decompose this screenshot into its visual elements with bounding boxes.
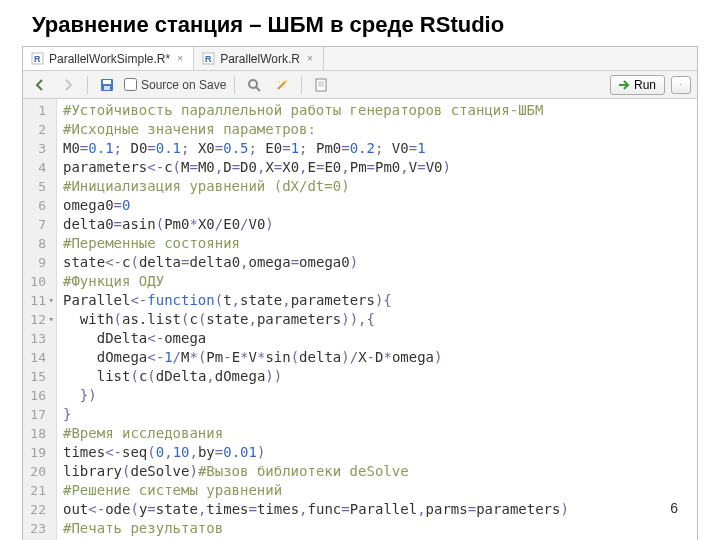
line-number: 22	[29, 500, 46, 519]
code-line[interactable]: #Функция ОДУ	[63, 272, 569, 291]
code-line[interactable]: M0=0.1; D0=0.1; X0=0.5; E0=1; Pm0=0.2; V…	[63, 139, 569, 158]
code-line[interactable]: #Устойчивость параллельной работы генера…	[63, 101, 569, 120]
line-number: 3	[29, 139, 46, 158]
run-label: Run	[634, 78, 656, 92]
line-number: 15	[29, 367, 46, 386]
code-line[interactable]: Parallel<-function(t,state,parameters){	[63, 291, 569, 310]
code-line[interactable]: dDelta<-omega	[63, 329, 569, 348]
find-button[interactable]	[243, 74, 265, 96]
svg-line-8	[256, 87, 260, 91]
code-line[interactable]: }	[63, 405, 569, 424]
line-number: 2	[29, 120, 46, 139]
code-line[interactable]: dOmega<-1/M*(Pm-E*V*sin(delta)/X-D*omega…	[63, 348, 569, 367]
code-line[interactable]: #Исходные значения параметров:	[63, 120, 569, 139]
line-number: 4	[29, 158, 46, 177]
code-line[interactable]: })	[63, 386, 569, 405]
line-number-gutter: 123456789101112131415161718192021222324	[23, 99, 57, 540]
code-line[interactable]: library(deSolve)#Вызов библиотеки deSolv…	[63, 462, 569, 481]
line-number: 12	[29, 310, 46, 329]
line-number: 23	[29, 519, 46, 538]
r-file-icon: R	[31, 52, 44, 65]
toolbar-separator	[234, 76, 235, 94]
code-line[interactable]: state<-c(delta=delta0,omega=omega0)	[63, 253, 569, 272]
svg-rect-6	[104, 86, 110, 90]
rerun-button[interactable]	[671, 76, 691, 94]
line-number: 13	[29, 329, 46, 348]
source-on-save-checkbox[interactable]: Source on Save	[124, 78, 226, 92]
r-file-icon: R	[202, 52, 215, 65]
close-icon[interactable]: ×	[175, 54, 185, 64]
source-on-save-input[interactable]	[124, 78, 137, 91]
toolbar-separator	[87, 76, 88, 94]
line-number: 21	[29, 481, 46, 500]
code-line[interactable]: with(as.list(c(state,parameters)),{	[63, 310, 569, 329]
page-number: 6	[670, 500, 678, 516]
save-button[interactable]	[96, 74, 118, 96]
code-line[interactable]: #Переменные состояния	[63, 234, 569, 253]
code-line[interactable]: parameters<-c(M=M0,D=D0,X=X0,E=E0,Pm=Pm0…	[63, 158, 569, 177]
code-line[interactable]: #Время исследования	[63, 424, 569, 443]
tab-label: ParallelWork.R	[220, 52, 300, 66]
code-line[interactable]: delta0=asin(Pm0*X0/E0/V0)	[63, 215, 569, 234]
line-number: 20	[29, 462, 46, 481]
code-line[interactable]: list(c(dDelta,dOmega))	[63, 367, 569, 386]
svg-point-10	[285, 79, 288, 82]
source-on-save-label: Source on Save	[141, 78, 226, 92]
editor-pane: RParallelWorkSimple.R*×RParallelWork.R× …	[22, 46, 698, 540]
back-button[interactable]	[29, 74, 51, 96]
code-line[interactable]: times<-seq(0,10,by=0.01)	[63, 443, 569, 462]
line-number: 18	[29, 424, 46, 443]
wand-button[interactable]	[271, 74, 293, 96]
editor-toolbar: Source on Save Run	[23, 71, 697, 99]
line-number: 6	[29, 196, 46, 215]
report-button[interactable]	[310, 74, 332, 96]
line-number: 5	[29, 177, 46, 196]
line-number: 8	[29, 234, 46, 253]
close-icon[interactable]: ×	[305, 54, 315, 64]
file-tab[interactable]: RParallelWorkSimple.R*×	[23, 47, 194, 70]
tab-bar: RParallelWorkSimple.R*×RParallelWork.R×	[23, 47, 697, 71]
code-line[interactable]: #Решение системы уравнений	[63, 481, 569, 500]
line-number: 7	[29, 215, 46, 234]
line-number: 17	[29, 405, 46, 424]
svg-point-12	[283, 85, 285, 87]
code-line[interactable]: #Инициализация уравнений (dX/dt=0)	[63, 177, 569, 196]
code-line[interactable]: out<-ode(y=state,times=times,func=Parall…	[63, 500, 569, 519]
svg-point-11	[278, 81, 280, 83]
tab-label: ParallelWorkSimple.R*	[49, 52, 170, 66]
slide-title: Уравнение станция – ШБМ в среде RStudio	[0, 0, 720, 46]
toolbar-separator	[301, 76, 302, 94]
svg-text:R: R	[205, 54, 212, 64]
file-tab[interactable]: RParallelWork.R×	[194, 47, 324, 70]
svg-rect-5	[103, 80, 111, 84]
line-number: 19	[29, 443, 46, 462]
svg-text:R: R	[34, 54, 41, 64]
code-line[interactable]: omega0=0	[63, 196, 569, 215]
code-line[interactable]: #Печать результатов	[63, 519, 569, 538]
svg-rect-13	[316, 79, 326, 91]
line-number: 10	[29, 272, 46, 291]
svg-point-7	[249, 80, 257, 88]
line-number: 16	[29, 386, 46, 405]
code-editor[interactable]: 123456789101112131415161718192021222324 …	[23, 99, 697, 540]
line-number: 9	[29, 253, 46, 272]
line-number: 14	[29, 348, 46, 367]
run-arrow-icon	[619, 80, 631, 90]
line-number: 1	[29, 101, 46, 120]
forward-button[interactable]	[57, 74, 79, 96]
run-button[interactable]: Run	[610, 75, 665, 95]
code-content[interactable]: #Устойчивость параллельной работы генера…	[57, 99, 575, 540]
line-number: 11	[29, 291, 46, 310]
